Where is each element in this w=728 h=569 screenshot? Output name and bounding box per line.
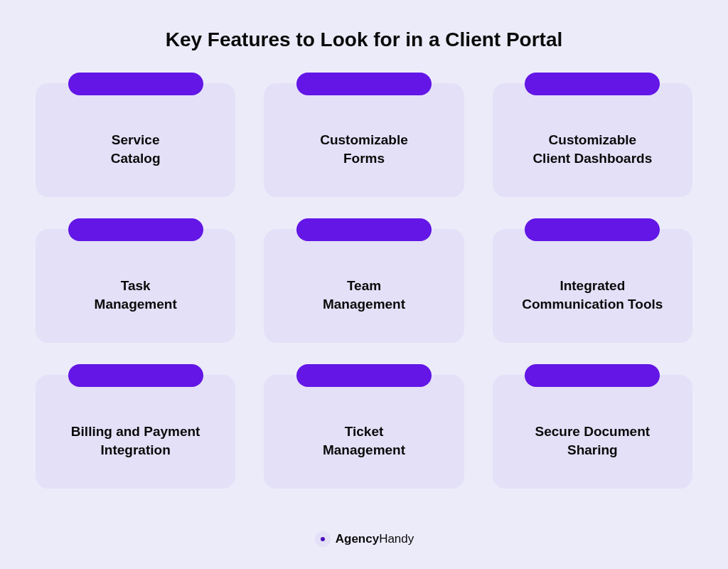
card-pill bbox=[68, 218, 203, 241]
feature-card: Integrated Communication Tools bbox=[493, 229, 692, 343]
feature-line-1: Billing and Payment bbox=[71, 422, 200, 441]
feature-line-1: Task bbox=[121, 277, 151, 295]
card-pill bbox=[525, 73, 660, 95]
card-pill bbox=[296, 364, 432, 387]
feature-line-2: Management bbox=[323, 441, 405, 459]
feature-card: Task Management bbox=[36, 229, 235, 343]
brand-name-bold: Agency bbox=[336, 532, 379, 546]
brand-name-light: Handy bbox=[379, 532, 414, 546]
feature-card: Team Management bbox=[264, 229, 464, 343]
feature-card: Service Catalog bbox=[36, 83, 235, 197]
card-pill bbox=[525, 364, 660, 387]
feature-line-1: Integrated bbox=[560, 277, 625, 295]
card-pill bbox=[296, 218, 432, 241]
feature-card: Secure Document Sharing bbox=[493, 375, 692, 489]
card-pill bbox=[525, 218, 660, 241]
feature-line-2: Catalog bbox=[111, 149, 161, 168]
feature-line-2: Communication Tools bbox=[522, 295, 663, 314]
feature-line-1: Ticket bbox=[345, 422, 384, 441]
card-pill bbox=[68, 364, 203, 387]
feature-line-2: Sharing bbox=[567, 441, 618, 459]
feature-line-1: Customizable bbox=[549, 131, 637, 149]
features-grid: Service Catalog Customizable Forms Custo… bbox=[36, 83, 692, 502]
feature-line-2: Management bbox=[323, 295, 405, 314]
card-pill bbox=[296, 73, 432, 95]
feature-line-1: Customizable bbox=[320, 131, 408, 149]
feature-line-2: Management bbox=[95, 295, 177, 314]
feature-card: Customizable Client Dashboards bbox=[493, 83, 692, 197]
svg-point-1 bbox=[321, 537, 325, 541]
feature-line-2: Integration bbox=[101, 441, 171, 459]
logo-text: AgencyHandy bbox=[336, 532, 414, 546]
feature-line-1: Secure Document bbox=[535, 422, 651, 441]
logo-icon bbox=[314, 531, 331, 548]
feature-line-2: Forms bbox=[343, 149, 385, 168]
feature-card: Ticket Management bbox=[264, 375, 464, 489]
feature-card: Billing and Payment Integration bbox=[36, 375, 235, 489]
feature-card: Customizable Forms bbox=[264, 83, 464, 197]
feature-line-1: Service bbox=[112, 131, 160, 149]
page-title: Key Features to Look for in a Client Por… bbox=[36, 28, 692, 51]
card-pill bbox=[68, 73, 203, 95]
feature-line-2: Client Dashboards bbox=[532, 149, 652, 168]
feature-line-1: Team bbox=[347, 277, 381, 295]
footer-brand: AgencyHandy bbox=[36, 531, 692, 548]
